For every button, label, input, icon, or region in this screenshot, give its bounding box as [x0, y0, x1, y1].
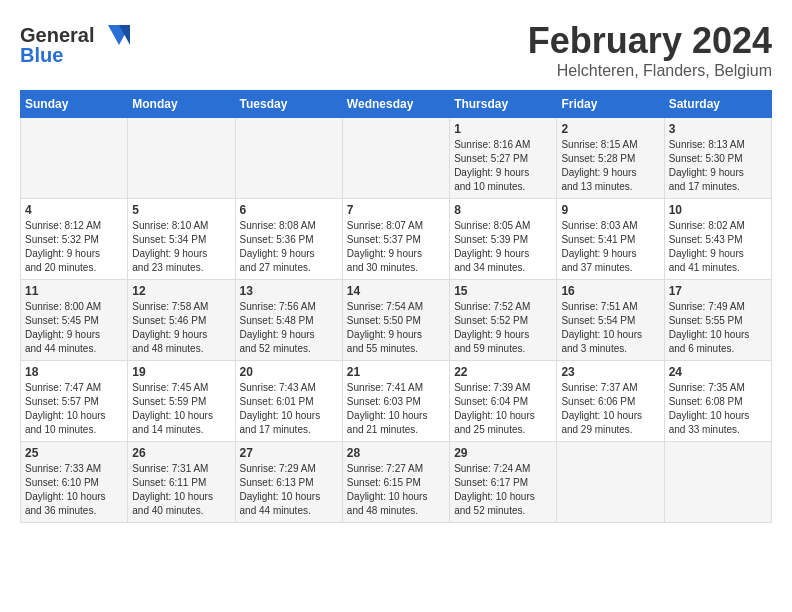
day-number: 19	[132, 365, 230, 379]
calendar-row: 4Sunrise: 8:12 AM Sunset: 5:32 PM Daylig…	[21, 199, 772, 280]
day-number: 11	[25, 284, 123, 298]
day-info: Sunrise: 7:51 AM Sunset: 5:54 PM Dayligh…	[561, 300, 659, 356]
calendar-cell: 10Sunrise: 8:02 AM Sunset: 5:43 PM Dayli…	[664, 199, 771, 280]
calendar-cell: 17Sunrise: 7:49 AM Sunset: 5:55 PM Dayli…	[664, 280, 771, 361]
calendar-cell: 7Sunrise: 8:07 AM Sunset: 5:37 PM Daylig…	[342, 199, 449, 280]
calendar-cell: 3Sunrise: 8:13 AM Sunset: 5:30 PM Daylig…	[664, 118, 771, 199]
day-info: Sunrise: 7:31 AM Sunset: 6:11 PM Dayligh…	[132, 462, 230, 518]
day-info: Sunrise: 8:05 AM Sunset: 5:39 PM Dayligh…	[454, 219, 552, 275]
day-number: 27	[240, 446, 338, 460]
calendar-cell: 22Sunrise: 7:39 AM Sunset: 6:04 PM Dayli…	[450, 361, 557, 442]
day-info: Sunrise: 7:24 AM Sunset: 6:17 PM Dayligh…	[454, 462, 552, 518]
logo: General Blue	[20, 20, 130, 70]
calendar-cell: 5Sunrise: 8:10 AM Sunset: 5:34 PM Daylig…	[128, 199, 235, 280]
calendar-cell: 13Sunrise: 7:56 AM Sunset: 5:48 PM Dayli…	[235, 280, 342, 361]
day-number: 29	[454, 446, 552, 460]
day-number: 25	[25, 446, 123, 460]
calendar-row: 25Sunrise: 7:33 AM Sunset: 6:10 PM Dayli…	[21, 442, 772, 523]
day-info: Sunrise: 7:49 AM Sunset: 5:55 PM Dayligh…	[669, 300, 767, 356]
calendar-table: SundayMondayTuesdayWednesdayThursdayFrid…	[20, 90, 772, 523]
calendar-cell	[664, 442, 771, 523]
calendar-cell: 21Sunrise: 7:41 AM Sunset: 6:03 PM Dayli…	[342, 361, 449, 442]
subtitle: Helchteren, Flanders, Belgium	[528, 62, 772, 80]
calendar-cell	[235, 118, 342, 199]
day-info: Sunrise: 7:39 AM Sunset: 6:04 PM Dayligh…	[454, 381, 552, 437]
calendar-cell: 9Sunrise: 8:03 AM Sunset: 5:41 PM Daylig…	[557, 199, 664, 280]
day-number: 24	[669, 365, 767, 379]
calendar-cell	[21, 118, 128, 199]
day-number: 26	[132, 446, 230, 460]
day-info: Sunrise: 7:29 AM Sunset: 6:13 PM Dayligh…	[240, 462, 338, 518]
calendar-cell: 8Sunrise: 8:05 AM Sunset: 5:39 PM Daylig…	[450, 199, 557, 280]
day-info: Sunrise: 7:41 AM Sunset: 6:03 PM Dayligh…	[347, 381, 445, 437]
day-number: 23	[561, 365, 659, 379]
day-number: 8	[454, 203, 552, 217]
calendar-cell: 14Sunrise: 7:54 AM Sunset: 5:50 PM Dayli…	[342, 280, 449, 361]
header-day: Friday	[557, 91, 664, 118]
day-number: 16	[561, 284, 659, 298]
calendar-cell: 29Sunrise: 7:24 AM Sunset: 6:17 PM Dayli…	[450, 442, 557, 523]
day-number: 9	[561, 203, 659, 217]
calendar-cell: 12Sunrise: 7:58 AM Sunset: 5:46 PM Dayli…	[128, 280, 235, 361]
header-day: Thursday	[450, 91, 557, 118]
calendar-cell: 11Sunrise: 8:00 AM Sunset: 5:45 PM Dayli…	[21, 280, 128, 361]
day-number: 18	[25, 365, 123, 379]
main-title: February 2024	[528, 20, 772, 62]
day-number: 14	[347, 284, 445, 298]
day-number: 22	[454, 365, 552, 379]
day-info: Sunrise: 8:03 AM Sunset: 5:41 PM Dayligh…	[561, 219, 659, 275]
calendar-cell: 4Sunrise: 8:12 AM Sunset: 5:32 PM Daylig…	[21, 199, 128, 280]
day-number: 10	[669, 203, 767, 217]
day-number: 12	[132, 284, 230, 298]
calendar-row: 11Sunrise: 8:00 AM Sunset: 5:45 PM Dayli…	[21, 280, 772, 361]
title-area: February 2024 Helchteren, Flanders, Belg…	[528, 20, 772, 80]
day-info: Sunrise: 8:13 AM Sunset: 5:30 PM Dayligh…	[669, 138, 767, 194]
calendar-row: 18Sunrise: 7:47 AM Sunset: 5:57 PM Dayli…	[21, 361, 772, 442]
calendar-cell: 20Sunrise: 7:43 AM Sunset: 6:01 PM Dayli…	[235, 361, 342, 442]
calendar-cell	[128, 118, 235, 199]
calendar-cell: 6Sunrise: 8:08 AM Sunset: 5:36 PM Daylig…	[235, 199, 342, 280]
day-info: Sunrise: 7:56 AM Sunset: 5:48 PM Dayligh…	[240, 300, 338, 356]
day-number: 17	[669, 284, 767, 298]
calendar-cell	[557, 442, 664, 523]
day-number: 5	[132, 203, 230, 217]
svg-text:General: General	[20, 24, 94, 46]
day-info: Sunrise: 8:15 AM Sunset: 5:28 PM Dayligh…	[561, 138, 659, 194]
calendar-cell: 27Sunrise: 7:29 AM Sunset: 6:13 PM Dayli…	[235, 442, 342, 523]
day-info: Sunrise: 8:16 AM Sunset: 5:27 PM Dayligh…	[454, 138, 552, 194]
day-info: Sunrise: 8:02 AM Sunset: 5:43 PM Dayligh…	[669, 219, 767, 275]
day-info: Sunrise: 7:47 AM Sunset: 5:57 PM Dayligh…	[25, 381, 123, 437]
day-number: 3	[669, 122, 767, 136]
header-day: Saturday	[664, 91, 771, 118]
day-info: Sunrise: 7:27 AM Sunset: 6:15 PM Dayligh…	[347, 462, 445, 518]
header-row: SundayMondayTuesdayWednesdayThursdayFrid…	[21, 91, 772, 118]
day-info: Sunrise: 7:52 AM Sunset: 5:52 PM Dayligh…	[454, 300, 552, 356]
header: General Blue February 2024 Helchteren, F…	[20, 20, 772, 80]
header-day: Monday	[128, 91, 235, 118]
day-number: 4	[25, 203, 123, 217]
calendar-cell: 25Sunrise: 7:33 AM Sunset: 6:10 PM Dayli…	[21, 442, 128, 523]
day-number: 28	[347, 446, 445, 460]
day-number: 1	[454, 122, 552, 136]
day-number: 20	[240, 365, 338, 379]
day-info: Sunrise: 8:10 AM Sunset: 5:34 PM Dayligh…	[132, 219, 230, 275]
day-info: Sunrise: 8:00 AM Sunset: 5:45 PM Dayligh…	[25, 300, 123, 356]
calendar-cell: 23Sunrise: 7:37 AM Sunset: 6:06 PM Dayli…	[557, 361, 664, 442]
calendar-cell: 28Sunrise: 7:27 AM Sunset: 6:15 PM Dayli…	[342, 442, 449, 523]
day-info: Sunrise: 7:58 AM Sunset: 5:46 PM Dayligh…	[132, 300, 230, 356]
calendar-cell: 19Sunrise: 7:45 AM Sunset: 5:59 PM Dayli…	[128, 361, 235, 442]
calendar-cell	[342, 118, 449, 199]
calendar-cell: 24Sunrise: 7:35 AM Sunset: 6:08 PM Dayli…	[664, 361, 771, 442]
calendar-cell: 15Sunrise: 7:52 AM Sunset: 5:52 PM Dayli…	[450, 280, 557, 361]
header-day: Wednesday	[342, 91, 449, 118]
calendar-cell: 1Sunrise: 8:16 AM Sunset: 5:27 PM Daylig…	[450, 118, 557, 199]
header-day: Tuesday	[235, 91, 342, 118]
calendar-cell: 2Sunrise: 8:15 AM Sunset: 5:28 PM Daylig…	[557, 118, 664, 199]
day-info: Sunrise: 8:12 AM Sunset: 5:32 PM Dayligh…	[25, 219, 123, 275]
day-number: 21	[347, 365, 445, 379]
calendar-cell: 26Sunrise: 7:31 AM Sunset: 6:11 PM Dayli…	[128, 442, 235, 523]
day-info: Sunrise: 7:35 AM Sunset: 6:08 PM Dayligh…	[669, 381, 767, 437]
day-number: 13	[240, 284, 338, 298]
day-info: Sunrise: 7:54 AM Sunset: 5:50 PM Dayligh…	[347, 300, 445, 356]
calendar-row: 1Sunrise: 8:16 AM Sunset: 5:27 PM Daylig…	[21, 118, 772, 199]
